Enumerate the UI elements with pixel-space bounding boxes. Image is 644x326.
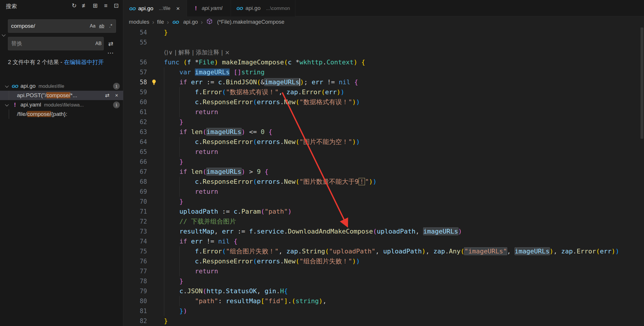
tab-close-icon[interactable]: × [174, 5, 181, 12]
ai-widget-content: ⟨⟩∨ | 解释 | 添加注释 | × [164, 47, 230, 57]
code-text: c.ResponseError(errors.New("图片不能为空！")) [164, 137, 360, 147]
refresh-icon[interactable]: ↻ [70, 1, 79, 10]
code-line-63[interactable]: 63 if len(imageURLs) <= 0 { [124, 127, 644, 137]
code-line-54[interactable]: 54} [124, 28, 644, 37]
breadcrumb-item-1[interactable]: file [157, 19, 164, 25]
code-line-61[interactable]: 61 return [124, 107, 644, 117]
editor-tab-api-yaml-1[interactable]: !api.yaml [187, 0, 231, 16]
ai-widget-close-icon[interactable]: × [225, 49, 230, 56]
code-line-82[interactable]: 82} [124, 316, 644, 326]
search-result-file-row[interactable]: GOapi.gomodules\file1 [0, 81, 123, 91]
search-result-match-row[interactable]: api.POST("/compose/*...⇄× [0, 91, 123, 100]
ai-action-explain[interactable]: 解释 [179, 49, 190, 56]
code-text: }) [164, 306, 187, 316]
ai-sparkle-icon[interactable]: ⟨⟩ [164, 49, 169, 56]
ai-action-add-comment[interactable]: 添加注释 [196, 49, 219, 56]
search-results-tree: GOapi.gomodules\file1api.POST("/compose/… [0, 81, 123, 119]
breadcrumb-separator: › [201, 19, 203, 25]
editor-tab-api-go-0[interactable]: GOapi.go...\file× [124, 0, 187, 17]
replace-icon[interactable]: ⇄ [103, 92, 111, 99]
editor-tab-api-go-2[interactable]: GOapi.go...\common [231, 0, 295, 16]
result-count-badge: 1 [113, 102, 120, 108]
code-line-64[interactable]: 64 c.ResponseError(errors.New("图片不能为空！")… [124, 137, 644, 147]
replace-all-button[interactable]: ⇄ [106, 39, 115, 49]
code-line-72[interactable]: 72 // 下载并组合图片 [124, 217, 644, 227]
line-number: 71 [124, 207, 147, 217]
code-text: "path": resultMap["fid"].(string), [164, 296, 326, 306]
search-result-file-row[interactable]: !api.yamlmodules\file\swa...1 [0, 100, 123, 109]
line-number: 76 [124, 256, 147, 266]
match-case-icon[interactable]: Aa [89, 22, 97, 30]
code-line-57[interactable]: 57 var imageURLs []string [124, 67, 644, 77]
line-number: 82 [124, 316, 147, 326]
line-number: 56 [124, 57, 147, 67]
breadcrumb-label: (*File).makeImageCompose [217, 19, 284, 25]
code-line-79[interactable]: 79 c.JSON(http.StatusOK, gin.H{ [124, 286, 644, 296]
clear-search-results-icon[interactable]: ≢ [80, 1, 89, 10]
code-line-55[interactable]: 55 [124, 37, 644, 47]
go-logo-icon: GO [12, 84, 18, 89]
code-editor[interactable]: 54}55⟨⟩∨ | 解释 | 添加注释 | ×56func (f *File)… [124, 28, 644, 326]
chevron-down-icon[interactable] [5, 85, 9, 87]
code-line-75[interactable]: 75 f.Error("组合图片失败！", zap.String("upload… [124, 246, 644, 256]
code-line-77[interactable]: 77 return [124, 266, 644, 276]
line-number: 64 [124, 137, 147, 147]
lightbulb-icon[interactable] [150, 80, 157, 87]
open-in-editor-link[interactable]: 在编辑器中打开 [64, 59, 104, 65]
line-number: 67 [124, 167, 147, 177]
search-details-ellipsis-button[interactable]: ⋯ [106, 49, 115, 57]
code-line-66[interactable]: 66 } [124, 157, 644, 167]
code-line-78[interactable]: 78 } [124, 276, 644, 286]
code-line-60[interactable]: 60 c.ResponseError(errors.New("数据格式有误！")… [124, 97, 644, 107]
regex-icon[interactable]: .* [107, 22, 115, 30]
result-count-badge: 1 [113, 83, 120, 90]
open-new-search-editor-icon[interactable]: ⊞ [91, 1, 100, 10]
code-line-62[interactable]: 62 } [124, 117, 644, 127]
code-text: if len(imageURLs) <= 0 { [164, 127, 272, 137]
code-line-73[interactable]: 73 resultMap, err := f.service.DownloadA… [124, 227, 644, 236]
code-line-81[interactable]: 81 }) [124, 306, 644, 316]
breadcrumb-item-3[interactable]: (*File).makeImageCompose [206, 18, 284, 26]
open-in-editor-icon[interactable]: ⊡ [112, 1, 121, 10]
code-line-59[interactable]: 59 f.Error("数据格式有误！", zap.Error(err)) [124, 87, 644, 97]
code-line-71[interactable]: 71 uploadPath := c.Param("path") [124, 207, 644, 217]
dismiss-icon[interactable]: × [113, 92, 120, 99]
go-file-icon: GO [236, 5, 243, 11]
breadcrumb-item-0[interactable]: modules [129, 19, 149, 25]
yaml-warning-icon: ! [11, 102, 19, 108]
preserve-case-icon[interactable]: AB [94, 40, 103, 48]
line-number: 75 [124, 246, 147, 256]
line-number: 63 [124, 127, 147, 137]
ai-dropdown-chevron-icon[interactable]: ∨ [169, 49, 173, 56]
breadcrumb-separator: › [152, 19, 154, 25]
code-text: return [164, 266, 218, 276]
line-number: 73 [124, 227, 147, 236]
code-line-56[interactable]: 56func (f *File) makeImageCompose(c *wkh… [124, 57, 644, 67]
code-line-58[interactable]: 58 if err := c.BindJSON(&imageURLs); err… [124, 77, 644, 87]
code-line-70[interactable]: 70 } [124, 197, 644, 207]
code-line-80[interactable]: 80 "path": resultMap["fid"].(string), [124, 296, 644, 306]
search-result-match-row[interactable]: /file/compose/{path}: [0, 109, 123, 119]
tab-detail: ...\file [159, 6, 170, 11]
code-text: if err := c.BindJSON(&imageURLs); err !=… [164, 77, 358, 87]
breadcrumb-item-2[interactable]: GOapi.go [172, 19, 198, 25]
replace-input[interactable] [8, 40, 94, 47]
tab-label: api.go [245, 5, 261, 11]
code-text: } [164, 197, 183, 207]
collapse-all-icon[interactable]: ≡ [101, 1, 110, 10]
editor-scrollbar[interactable] [640, 28, 643, 139]
code-line-67[interactable]: 67 if len(imageURLs) > 9 { [124, 167, 644, 177]
code-line-68[interactable]: 68 c.ResponseError(errors.New("图片数量不能大于9… [124, 177, 644, 187]
toggle-replace-chevron-icon[interactable] [1, 32, 6, 37]
search-input[interactable] [8, 23, 89, 29]
code-line-65[interactable]: 65 return [124, 147, 644, 157]
chevron-down-icon[interactable] [5, 104, 9, 106]
code-line-69[interactable]: 69 return [124, 187, 644, 197]
line-number: 80 [124, 296, 147, 306]
whole-word-icon[interactable]: ab [98, 22, 106, 30]
widget-separator: | [219, 49, 225, 56]
tab-detail: ...\common [266, 6, 290, 11]
code-line-76[interactable]: 76 c.ResponseError(errors.New("组合图片失败！")… [124, 256, 644, 266]
code-line-74[interactable]: 74 if err != nil { [124, 236, 644, 246]
match-post: {path}: [51, 111, 67, 117]
